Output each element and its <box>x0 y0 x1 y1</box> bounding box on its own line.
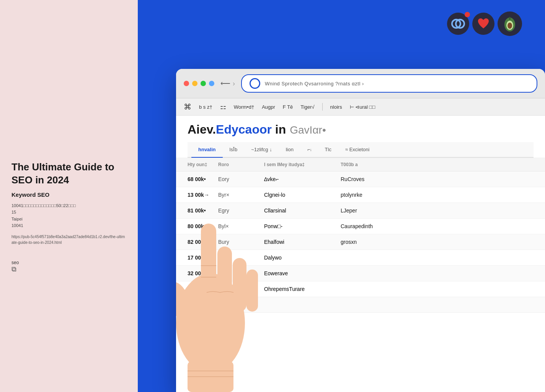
keyword-cell: ptolynrke <box>341 192 534 198</box>
table-row: 68 00k• Eory ∆vke⌐ RuCroves <box>176 172 545 187</box>
toolbar-icon-1[interactable]: ⌘ <box>184 102 191 111</box>
tab-bar: hnvalin lsl̈b ~1zlifcg ↓ lion ⌐ᵢ Tlc ≈ E… <box>188 142 534 158</box>
diff-cell: Eory <box>218 176 264 182</box>
type-cell: Cllarsinal <box>264 207 341 214</box>
keyword-table: Hty oun‡ Roro I sem IMey itudya‡ T003b a… <box>176 158 545 392</box>
table-row: 80 00k• Byl× Ponw□- Caurapedinth <box>176 219 545 234</box>
copy-icon[interactable]: ⧉ <box>11 265 126 273</box>
tab-icon[interactable]: ⌐ᵢ <box>300 142 318 158</box>
volume-cell: 81 00k• <box>188 207 218 214</box>
traffic-lights <box>184 81 214 86</box>
nav-arrows: ⟵ › <box>220 79 235 88</box>
col-header-1: Hty oun‡ <box>188 162 218 167</box>
extra-button[interactable] <box>209 81 214 86</box>
toolbar-label-3: Augpr <box>262 104 275 110</box>
tab-zlifcg[interactable]: ~1zlifcg ↓ <box>244 142 279 158</box>
volume-cell: 13 00k→ <box>188 192 218 198</box>
type-cell: OhrepemsTurare <box>264 286 341 292</box>
heart-icon <box>476 16 491 31</box>
red-dot-badge <box>465 12 470 17</box>
page-content-header: Aiev.Edycaoor in GavIαr• hnvalin lsl̈b ~… <box>176 116 545 158</box>
toolbar-icon-2: ⚏ <box>220 103 226 111</box>
diff-cell: Ryl× <box>218 255 264 261</box>
type-cell: Ponw□- <box>264 223 341 229</box>
toolbar-label-4: F Tē <box>283 104 293 110</box>
volume-cell: 80 00k• <box>188 223 218 229</box>
type-cell: ∆vke⌐ <box>264 176 341 182</box>
maximize-button[interactable] <box>201 81 206 86</box>
avocado-icon <box>501 15 518 32</box>
diff-cell: Bory <box>218 270 264 276</box>
toolbar-divider <box>322 103 323 111</box>
table-row: S0 00k• Nillv OhrepemsTurare <box>176 281 545 297</box>
page-title-row: Aiev.Edycaoor in GavIαr• <box>188 122 534 137</box>
keyword-cell: grosxn <box>341 239 534 245</box>
volume-cell: 68 00k• <box>188 176 218 182</box>
browser-icon-svg-1 <box>451 16 465 31</box>
browser-toolbar: ⌘ b s z† ⚏ Worm•d† Augpr F Tē Tiger√ nlo… <box>176 98 545 116</box>
tab-hnvalin[interactable]: hnvalin <box>191 142 223 158</box>
table-row: 13 00k→ Byr× Clgnei-lo ptolynrke <box>176 187 545 203</box>
browser-icon-3 <box>498 11 522 36</box>
browser-chrome: ⟵ › Wnind Sprotech Qvsarroning ?rnats αz… <box>176 69 545 98</box>
table-row: 82 00k• Bury Ehalfowi grosxn <box>176 234 545 250</box>
volume-cell: 17 004• <box>188 255 218 261</box>
type-cell: Eowerave <box>264 270 341 276</box>
browser-icons <box>447 11 522 36</box>
address-bar[interactable]: Wnind Sprotech Qvsarroning ?rnats αztl › <box>241 74 537 93</box>
browser-logo <box>250 78 260 89</box>
right-panel: ⟵ › Wnind Sprotech Qvsarroning ?rnats αz… <box>138 0 545 392</box>
seo-label: seo <box>11 260 126 265</box>
keyword-cell: RuCroves <box>341 176 534 182</box>
volume-cell: 82 00k• <box>188 239 218 245</box>
toolbar-label-2: Worm•d† <box>234 104 254 110</box>
col-header-4: T003b a <box>341 162 534 167</box>
volume-cell: 8F 00k• <box>188 302 218 308</box>
keyword-cell: LJeper <box>341 207 534 214</box>
forward-arrow[interactable]: › <box>233 80 235 88</box>
toolbar-label-1: b s z† <box>199 104 212 110</box>
title-sub: GavIαr• <box>290 124 326 136</box>
toolbar-label-6: nloirs <box>330 104 342 110</box>
diff-cell: Byl× <box>218 223 264 229</box>
page-url: https://pub-5c454f571b8e40a3a2aad27ade84… <box>11 234 126 245</box>
volume-cell: S0 00k• <box>188 286 218 292</box>
tab-lion[interactable]: lion <box>279 142 300 158</box>
address-text: Wnind Sprotech Qvsarroning ?rnats αztl › <box>265 81 364 87</box>
tab-lslb[interactable]: lsl̈b <box>223 142 245 158</box>
tab-excietoni[interactable]: ≈ Excietoni <box>338 142 377 158</box>
svg-point-4 <box>507 23 512 29</box>
type-cell: Ehalfowi <box>264 239 341 245</box>
diff-cell: Byr× <box>218 192 264 198</box>
toolbar-label-5: Tiger√ <box>300 104 314 110</box>
close-button[interactable] <box>184 81 189 86</box>
minimize-button[interactable] <box>192 81 197 86</box>
diff-cell: Nillv <box>218 286 264 292</box>
col-header-3: I sem IMey itudya‡ <box>264 162 341 167</box>
subtitle: Keyword SEO <box>11 191 126 198</box>
table-row: 17 004• Ryl× Dalywo <box>176 250 545 266</box>
table-row: 32 00k• Bory Eowerave <box>176 266 545 281</box>
table-row: 8F 00k• <box>176 297 545 313</box>
back-arrow[interactable]: ⟵ <box>220 79 230 88</box>
tab-tlc[interactable]: Tlc <box>318 142 338 158</box>
keyword-cell: Caurapedinth <box>341 223 534 229</box>
type-cell: Dalywo <box>264 255 341 261</box>
title-highlight: Edycaoor <box>216 122 272 136</box>
col-header-2: Roro <box>218 162 264 167</box>
type-cell: Clgnei-lo <box>264 192 341 198</box>
svg-rect-5 <box>509 17 511 20</box>
left-panel: The Ultimate Guide to SEO in 2024 Keywor… <box>0 0 138 392</box>
volume-cell: 32 00k• <box>188 270 218 276</box>
browser-icon-1 <box>447 13 469 35</box>
table-header: Hty oun‡ Roro I sem IMey itudya‡ T003b a <box>176 158 545 172</box>
diff-cell: Bury <box>218 239 264 245</box>
toolbar-label-7: ⊢ ⊲ural □□ <box>350 104 375 110</box>
title-part1: Aiev.Edycaoor in <box>188 122 286 137</box>
browser-icon-2 <box>472 13 494 35</box>
diff-cell: Egry <box>218 207 264 214</box>
browser-window: ⟵ › Wnind Sprotech Qvsarroning ?rnats αz… <box>176 69 545 392</box>
page-title: The Ultimate Guide to SEO in 2024 <box>11 161 126 187</box>
meta-info: 10041□□□□□□□□□□□□□50□22□□□ 15 Taipei 100… <box>11 203 126 229</box>
table-row: 81 00k• Egry Cllarsinal LJeper <box>176 203 545 219</box>
